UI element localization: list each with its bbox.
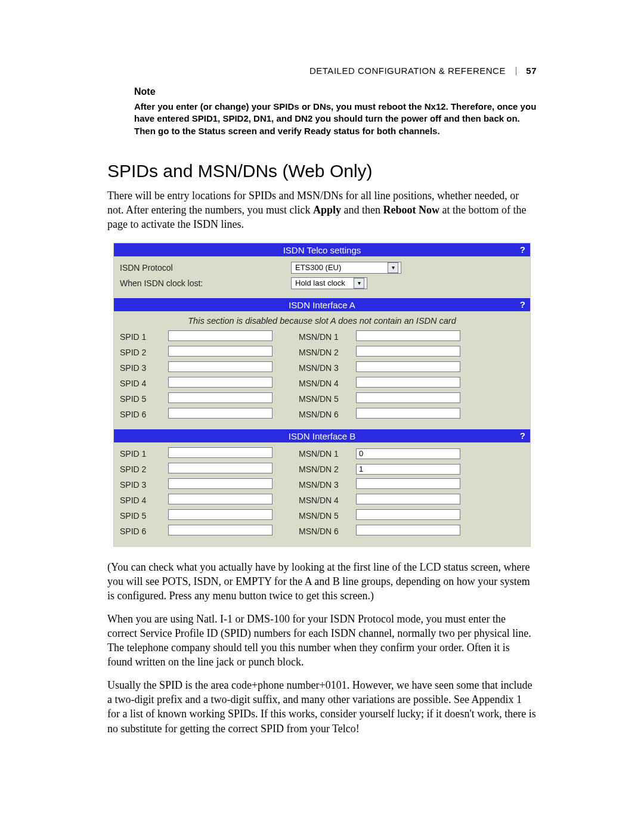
telco-title: ISDN Telco settings	[283, 245, 361, 255]
spid-input[interactable]	[168, 392, 273, 403]
telco-header: ISDN Telco settings ?	[114, 243, 530, 256]
msn-label: MSN/DN 5	[299, 511, 352, 521]
paragraph-lcd: (You can check what you actually have by…	[107, 560, 537, 603]
msn-input[interactable]	[356, 330, 460, 341]
spid-label: SPID 1	[120, 332, 165, 342]
spid-label: SPID 6	[120, 527, 165, 536]
spid-row: SPID 2MSN/DN 2	[120, 345, 524, 360]
spid-label: SPID 3	[120, 480, 165, 490]
isdn-settings-panel: ISDN Telco settings ? ISDN Protocol ETS3…	[113, 243, 531, 547]
msn-label: MSN/DN 4	[299, 496, 352, 505]
spid-input[interactable]	[168, 463, 273, 473]
spid-row: SPID 4MSN/DN 4	[120, 376, 524, 391]
spid-input[interactable]	[168, 361, 273, 372]
msn-label: MSN/DN 3	[299, 480, 352, 490]
msn-input[interactable]	[356, 525, 460, 535]
msn-input[interactable]	[356, 346, 460, 357]
clock-lost-select[interactable]: Hold last clock ▾	[291, 277, 367, 289]
msn-input[interactable]: 1	[356, 464, 460, 475]
spid-label: SPID 5	[120, 394, 165, 404]
spid-input[interactable]	[168, 478, 273, 489]
msn-label: MSN/DN 1	[299, 332, 352, 342]
page-header: DETAILED CONFIGURATION & REFERENCE 57	[107, 66, 537, 76]
spid-row: SPID 3MSN/DN 3	[120, 477, 524, 493]
msn-label: MSN/DN 6	[299, 527, 352, 536]
spid-label: SPID 1	[120, 449, 165, 459]
spid-row: SPID 4MSN/DN 4	[120, 493, 524, 508]
page-number: 57	[526, 66, 537, 76]
paragraph-usually: Usually the SPID is the area code+phone …	[107, 678, 537, 736]
note-heading: Note	[134, 86, 537, 97]
iface-a-disabled-msg: This section is disabled because slot A …	[120, 315, 524, 329]
spid-input[interactable]	[168, 346, 273, 357]
spid-input[interactable]	[168, 447, 273, 458]
spid-row: SPID 5MSN/DN 5	[120, 391, 524, 407]
msn-label: MSN/DN 1	[299, 449, 352, 459]
msn-input[interactable]	[356, 392, 460, 403]
iface-a-body: This section is disabled because slot A …	[114, 311, 530, 429]
spid-label: SPID 4	[120, 379, 165, 388]
paragraph-natl: When you are using Natl. I-1 or DMS-100 …	[107, 612, 537, 670]
help-icon[interactable]: ?	[520, 431, 525, 441]
spid-label: SPID 5	[120, 511, 165, 521]
spid-input[interactable]	[168, 408, 273, 419]
spid-row: SPID 1MSN/DN 1	[120, 329, 524, 345]
msn-input[interactable]: 0	[356, 448, 460, 459]
chevron-down-icon: ▾	[354, 278, 364, 289]
msn-label: MSN/DN 5	[299, 394, 352, 404]
msn-input[interactable]	[356, 377, 460, 388]
iface-a-title: ISDN Interface A	[289, 300, 355, 310]
msn-label: MSN/DN 2	[299, 348, 352, 357]
header-separator	[516, 67, 516, 75]
msn-input[interactable]	[356, 509, 460, 520]
intro-paragraph: There will be entry locations for SPIDs …	[107, 188, 537, 232]
iface-b-header: ISDN Interface B ?	[114, 429, 530, 442]
intro-reboot: Reboot Now	[383, 204, 439, 216]
telco-body: ISDN Protocol ETS300 (EU) ▾ When ISDN cl…	[114, 256, 530, 298]
intro-apply: Apply	[313, 204, 341, 216]
spid-label: SPID 2	[120, 465, 165, 474]
note-body: After you enter (or change) your SPIDs o…	[134, 101, 537, 137]
msn-label: MSN/DN 4	[299, 379, 352, 388]
iface-b-body: SPID 1MSN/DN 10SPID 2MSN/DN 21SPID 3MSN/…	[114, 442, 530, 546]
msn-input[interactable]	[356, 361, 460, 372]
clock-lost-label: When ISDN clock lost:	[120, 278, 242, 288]
isdn-protocol-value: ETS300 (EU)	[295, 263, 341, 272]
spid-input[interactable]	[168, 494, 273, 504]
spid-label: SPID 6	[120, 410, 165, 419]
spid-row: SPID 1MSN/DN 10	[120, 446, 524, 462]
section-title: SPIDs and MSN/DNs (Web Only)	[107, 161, 537, 181]
intro-mid: and then	[341, 204, 383, 216]
spid-label: SPID 3	[120, 363, 165, 373]
chevron-down-icon: ▾	[388, 262, 398, 273]
iface-b-title: ISDN Interface B	[289, 431, 356, 441]
spid-label: SPID 4	[120, 496, 165, 505]
clock-lost-value: Hold last clock	[295, 278, 345, 287]
msn-label: MSN/DN 6	[299, 410, 352, 419]
spid-row: SPID 2MSN/DN 21	[120, 462, 524, 477]
spid-row: SPID 3MSN/DN 3	[120, 360, 524, 376]
spid-label: SPID 2	[120, 348, 165, 357]
spid-input[interactable]	[168, 509, 273, 520]
msn-label: MSN/DN 3	[299, 363, 352, 373]
msn-input[interactable]	[356, 494, 460, 504]
spid-row: SPID 5MSN/DN 5	[120, 508, 524, 524]
spid-input[interactable]	[168, 525, 273, 535]
spid-input[interactable]	[168, 330, 273, 341]
msn-label: MSN/DN 2	[299, 465, 352, 474]
spid-row: SPID 6MSN/DN 6	[120, 524, 524, 539]
spid-input[interactable]	[168, 377, 273, 388]
help-icon[interactable]: ?	[520, 299, 525, 309]
help-icon[interactable]: ?	[520, 244, 525, 255]
msn-input[interactable]	[356, 408, 460, 419]
msn-input[interactable]	[356, 478, 460, 489]
header-title: DETAILED CONFIGURATION & REFERENCE	[309, 66, 506, 76]
spid-row: SPID 6MSN/DN 6	[120, 407, 524, 422]
iface-a-header: ISDN Interface A ?	[114, 298, 530, 311]
isdn-protocol-label: ISDN Protocol	[120, 263, 242, 272]
isdn-protocol-select[interactable]: ETS300 (EU) ▾	[291, 262, 401, 274]
